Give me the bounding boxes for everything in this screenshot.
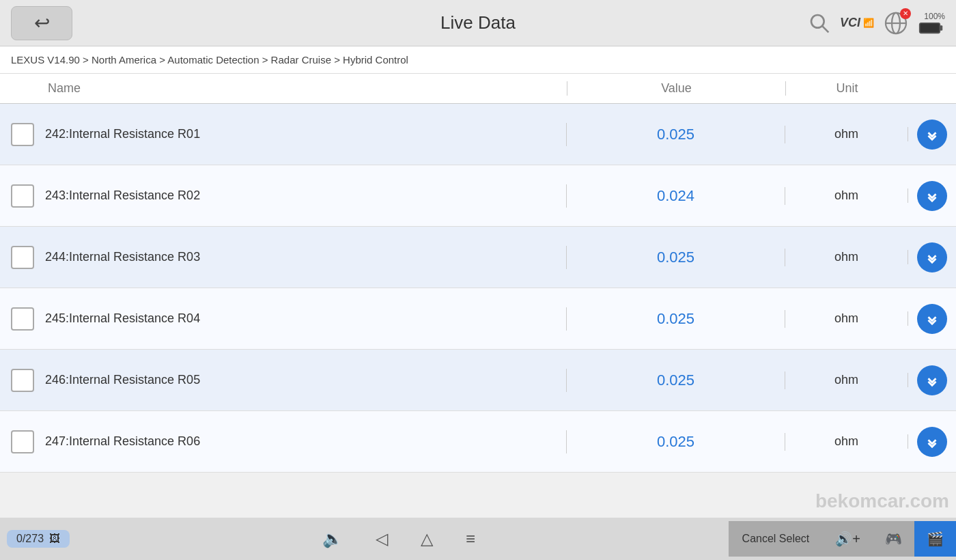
row-name-col: 245:Internal Resistance R04 bbox=[0, 307, 567, 331]
chevron-down-button-242[interactable] bbox=[917, 120, 947, 150]
volume-up-icon: 🔊+ bbox=[835, 531, 860, 547]
table-body: 242:Internal Resistance R01 0.025 ohm 24… bbox=[0, 104, 956, 518]
col-value-header: Value bbox=[567, 81, 785, 96]
svg-line-1 bbox=[823, 26, 829, 32]
table-row: 247:Internal Resistance R06 0.025 ohm bbox=[0, 411, 956, 473]
chevron-down-button-244[interactable] bbox=[917, 242, 947, 272]
row-label-244: 244:Internal Resistance R03 bbox=[45, 250, 200, 264]
table-row: 243:Internal Resistance R02 0.024 ohm bbox=[0, 165, 956, 227]
svg-rect-8 bbox=[940, 25, 943, 31]
chevron-down-button-247[interactable] bbox=[917, 427, 947, 457]
page-title: Live Data bbox=[440, 12, 516, 33]
row-action-col-243 bbox=[908, 181, 956, 211]
row-checkbox-242[interactable] bbox=[11, 123, 34, 146]
svg-rect-7 bbox=[920, 23, 940, 32]
row-label-242: 242:Internal Resistance R01 bbox=[45, 127, 200, 141]
svg-point-0 bbox=[811, 15, 824, 28]
row-unit-243: ohm bbox=[785, 188, 908, 203]
row-action-col-246 bbox=[908, 365, 956, 395]
breadcrumb-text: LEXUS V14.90 > North America > Automatic… bbox=[11, 54, 408, 66]
col-name-header: Name bbox=[0, 81, 567, 96]
row-value-245: 0.025 bbox=[567, 310, 785, 328]
table-row: 245:Internal Resistance R04 0.025 ohm bbox=[0, 288, 956, 350]
globe-icon[interactable]: ✕ bbox=[884, 11, 908, 36]
row-name-col: 242:Internal Resistance R01 bbox=[0, 123, 567, 146]
row-label-243: 243:Internal Resistance R02 bbox=[45, 188, 200, 203]
camera-button[interactable]: 🎮 bbox=[873, 521, 914, 557]
row-unit-245: ohm bbox=[785, 311, 908, 326]
vci-badge: VCI 📶 bbox=[840, 16, 874, 30]
header: ↩ Live Data VCI 📶 ✕ 100% bbox=[0, 0, 956, 46]
row-action-col-245 bbox=[908, 304, 956, 334]
nav-menu-icon[interactable]: ≡ bbox=[466, 529, 475, 548]
row-unit-244: ohm bbox=[785, 250, 908, 264]
row-unit-247: ohm bbox=[785, 434, 908, 449]
row-checkbox-245[interactable] bbox=[11, 307, 34, 331]
globe-x-badge: ✕ bbox=[900, 8, 911, 19]
cancel-select-button[interactable]: Cancel Select bbox=[729, 521, 824, 557]
chevron-down-button-245[interactable] bbox=[917, 304, 947, 334]
record-button[interactable]: 🎬 bbox=[914, 521, 956, 557]
camera-icon: 🎮 bbox=[885, 531, 902, 547]
nav-home-icon[interactable]: △ bbox=[421, 529, 433, 548]
row-action-col-244 bbox=[908, 242, 956, 272]
row-name-col: 247:Internal Resistance R06 bbox=[0, 430, 567, 453]
row-name-col: 243:Internal Resistance R02 bbox=[0, 184, 567, 208]
table-row: 244:Internal Resistance R03 0.025 ohm bbox=[0, 227, 956, 288]
breadcrumb: LEXUS V14.90 > North America > Automatic… bbox=[0, 46, 956, 74]
wifi-icon: 📶 bbox=[863, 18, 874, 28]
col-unit-header: Unit bbox=[785, 81, 908, 96]
row-label-247: 247:Internal Resistance R06 bbox=[45, 434, 200, 449]
row-value-242: 0.025 bbox=[567, 126, 785, 143]
bottom-right-buttons: Cancel Select 🔊+ 🎮 🎬 bbox=[729, 521, 956, 557]
row-unit-242: ohm bbox=[785, 127, 908, 141]
vci-label: VCI bbox=[840, 16, 860, 30]
row-name-col: 246:Internal Resistance R05 bbox=[0, 369, 567, 392]
row-label-245: 245:Internal Resistance R04 bbox=[45, 311, 200, 326]
row-action-col-242 bbox=[908, 120, 956, 150]
row-checkbox-244[interactable] bbox=[11, 246, 34, 269]
row-unit-246: ohm bbox=[785, 373, 908, 387]
nav-back-icon[interactable]: ◁ bbox=[376, 529, 388, 548]
back-button[interactable]: ↩ bbox=[11, 6, 72, 40]
table-row: 246:Internal Resistance R05 0.025 ohm bbox=[0, 350, 956, 411]
row-checkbox-247[interactable] bbox=[11, 430, 34, 453]
row-value-247: 0.025 bbox=[567, 433, 785, 451]
selection-count: 0/273 🖼 bbox=[7, 530, 70, 548]
row-value-243: 0.024 bbox=[567, 187, 785, 205]
back-arrow-icon: ↩ bbox=[34, 12, 50, 34]
nav-icons: 🔈 ◁ △ ≡ bbox=[70, 529, 729, 548]
row-action-col-247 bbox=[908, 427, 956, 457]
battery-icon bbox=[918, 21, 945, 35]
search-icon[interactable] bbox=[809, 12, 830, 34]
table-header: Name Value Unit bbox=[0, 74, 956, 104]
battery-indicator: 100% bbox=[918, 12, 945, 35]
row-name-col: 244:Internal Resistance R03 bbox=[0, 246, 567, 269]
row-value-246: 0.025 bbox=[567, 372, 785, 389]
row-value-244: 0.025 bbox=[567, 249, 785, 266]
chevron-down-button-246[interactable] bbox=[917, 365, 947, 395]
volume-up-button[interactable]: 🔊+ bbox=[823, 521, 873, 557]
battery-percent: 100% bbox=[924, 12, 945, 21]
volume-down-icon[interactable]: 🔈 bbox=[322, 529, 343, 548]
image-icon: 🖼 bbox=[49, 533, 60, 545]
row-checkbox-246[interactable] bbox=[11, 369, 34, 392]
row-checkbox-243[interactable] bbox=[11, 184, 34, 208]
bottom-bar: 0/273 🖼 🔈 ◁ △ ≡ Cancel Select 🔊+ 🎮 🎬 bbox=[0, 518, 956, 560]
count-text: 0/273 bbox=[16, 533, 44, 545]
row-label-246: 246:Internal Resistance R05 bbox=[45, 373, 200, 387]
chevron-down-button-243[interactable] bbox=[917, 181, 947, 211]
header-icons: VCI 📶 ✕ 100% bbox=[809, 11, 945, 36]
table-row: 242:Internal Resistance R01 0.025 ohm bbox=[0, 104, 956, 165]
record-icon: 🎬 bbox=[927, 531, 944, 547]
